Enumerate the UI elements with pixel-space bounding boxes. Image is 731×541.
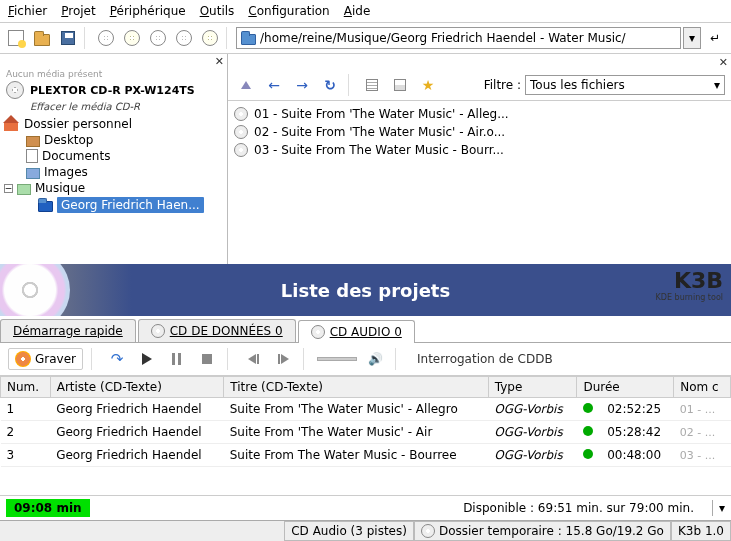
burn-icon xyxy=(15,351,31,367)
next-track-button[interactable] xyxy=(271,347,295,371)
col-artist[interactable]: Artiste (CD-Texte) xyxy=(50,377,224,398)
save-icon xyxy=(61,31,75,45)
audio-file-icon xyxy=(234,107,248,121)
audio-file-icon xyxy=(234,143,248,157)
path-input-box[interactable] xyxy=(236,27,681,49)
bookmark-button[interactable]: ★ xyxy=(416,73,440,97)
music-icon xyxy=(17,184,31,195)
tree-music[interactable]: − Musique xyxy=(2,180,225,196)
reload-icon: ↻ xyxy=(324,77,336,93)
dvd2-button[interactable] xyxy=(198,26,222,50)
col-title[interactable]: Titre (CD-Texte) xyxy=(224,377,489,398)
save-button[interactable] xyxy=(56,26,80,50)
reload-button[interactable]: ↻ xyxy=(318,73,342,97)
device-label: PLEXTOR CD-R PX-W124TS xyxy=(30,84,195,97)
col-filename[interactable]: Nom c xyxy=(674,377,731,398)
stop-button[interactable] xyxy=(195,347,219,371)
disc2-button[interactable] xyxy=(120,26,144,50)
folder-icon xyxy=(38,201,53,212)
tab-data-cd[interactable]: CD DE DONNÉES 0 xyxy=(138,319,296,342)
dvd-icon xyxy=(150,30,166,46)
menu-tools[interactable]: Outils xyxy=(200,4,235,18)
menu-bar: Fichier Projet Périphérique Outils Confi… xyxy=(0,0,731,23)
capacity-menu-button[interactable]: ▾ xyxy=(719,501,725,515)
tree-home[interactable]: Dossier personnel xyxy=(2,116,225,132)
arrow-left-icon: ← xyxy=(268,77,280,93)
menu-project[interactable]: Projet xyxy=(61,4,95,18)
menu-help[interactable]: Aide xyxy=(344,4,371,18)
view-icons-button[interactable] xyxy=(360,73,384,97)
arrow-up-icon xyxy=(241,81,251,89)
track-row[interactable]: 1Georg Friedrich HaendelSuite From 'The … xyxy=(1,398,731,421)
status-version: K3b 1.0 xyxy=(671,521,731,541)
up-button[interactable] xyxy=(234,73,258,97)
cd-art-icon xyxy=(0,264,70,316)
back-button[interactable]: ← xyxy=(262,73,286,97)
device-status: Aucun média présent xyxy=(0,69,227,79)
tree-selected-folder[interactable]: Georg Friedrich Haen... xyxy=(2,196,225,214)
file-list: 01 - Suite From 'The Water Music' - Alle… xyxy=(228,101,731,264)
prev-track-button[interactable] xyxy=(241,347,265,371)
close-icon[interactable]: ✕ xyxy=(719,56,728,69)
tree-desktop[interactable]: Desktop xyxy=(2,132,225,148)
dvd1-button[interactable] xyxy=(146,26,170,50)
folder-tree: Dossier personnel Desktop Documents Imag… xyxy=(0,112,227,218)
new-button[interactable] xyxy=(4,26,28,50)
cd-icon xyxy=(311,325,325,339)
file-toolbar: ← → ↻ ★ Filtre : Tous les fichiers ▾ xyxy=(228,70,731,101)
col-num[interactable]: Num. xyxy=(1,377,51,398)
volume-icon xyxy=(368,352,382,366)
device-row[interactable]: PLEXTOR CD-R PX-W124TS xyxy=(0,79,227,101)
col-duration[interactable]: Durée xyxy=(577,377,674,398)
status-dot-icon xyxy=(583,449,593,459)
open-icon xyxy=(34,34,50,46)
tab-audio-cd[interactable]: CD AUDIO 0 xyxy=(298,320,415,343)
play-icon xyxy=(142,353,152,365)
open-button[interactable] xyxy=(30,26,54,50)
burn-button[interactable]: Graver xyxy=(8,348,83,370)
project-toolbar: Graver ↷ Interrogation de CDDB xyxy=(0,343,731,376)
forward-button[interactable]: → xyxy=(290,73,314,97)
pause-button[interactable] xyxy=(165,347,189,371)
path-input[interactable] xyxy=(260,31,676,45)
disc3-button[interactable] xyxy=(172,26,196,50)
available-text: Disponible : 69:51 min. sur 79:00 min. xyxy=(463,501,694,515)
track-row[interactable]: 3Georg Friedrich HaendelSuite From The W… xyxy=(1,444,731,467)
file-row[interactable]: 01 - Suite From 'The Water Music' - Alle… xyxy=(234,105,725,123)
status-audio: CD Audio (3 pistes) xyxy=(284,521,414,541)
track-row[interactable]: 2Georg Friedrich HaendelSuite From 'The … xyxy=(1,421,731,444)
erase-media-link[interactable]: Effacer le média CD-R xyxy=(0,101,227,112)
chevron-down-icon: ▾ xyxy=(714,78,720,92)
tree-documents[interactable]: Documents xyxy=(2,148,225,164)
seek-slider[interactable] xyxy=(317,357,357,361)
path-dropdown-button[interactable]: ▾ xyxy=(683,27,701,49)
disk-icon xyxy=(421,524,435,538)
status-dot-icon xyxy=(583,403,593,413)
go-button[interactable]: ↵ xyxy=(703,26,727,50)
menu-file[interactable]: Fichier xyxy=(8,4,47,18)
menu-config[interactable]: Configuration xyxy=(248,4,329,18)
status-temp: Dossier temporaire : 15.8 Go/19.2 Go xyxy=(414,521,671,541)
status-dot-icon xyxy=(583,426,593,436)
cddb-status: Interrogation de CDDB xyxy=(417,352,553,366)
arrow-right-icon: → xyxy=(296,77,308,93)
project-header: Liste des projets K3B KDE burning tool xyxy=(0,264,731,316)
filter-select[interactable]: Tous les fichiers ▾ xyxy=(525,75,725,95)
close-icon[interactable]: ✕ xyxy=(215,55,224,68)
track-table: Num. Artiste (CD-Texte) Titre (CD-Texte)… xyxy=(0,376,731,495)
view-list-button[interactable] xyxy=(388,73,412,97)
tab-quickstart[interactable]: Démarrage rapide xyxy=(0,319,136,342)
file-row[interactable]: 03 - Suite From The Water Music - Bourr.… xyxy=(234,141,725,159)
file-row[interactable]: 02 - Suite From 'The Water Music' - Air.… xyxy=(234,123,725,141)
menu-device[interactable]: Périphérique xyxy=(110,4,186,18)
play-button[interactable] xyxy=(135,347,159,371)
collapse-icon[interactable]: − xyxy=(4,184,13,193)
redo-button[interactable]: ↷ xyxy=(105,347,129,371)
home-icon xyxy=(4,117,20,131)
col-type[interactable]: Type xyxy=(488,377,577,398)
cd-icon xyxy=(151,324,165,338)
disc1-button[interactable] xyxy=(94,26,118,50)
prev-icon xyxy=(248,354,259,364)
volume-button[interactable] xyxy=(363,347,387,371)
tree-images[interactable]: Images xyxy=(2,164,225,180)
